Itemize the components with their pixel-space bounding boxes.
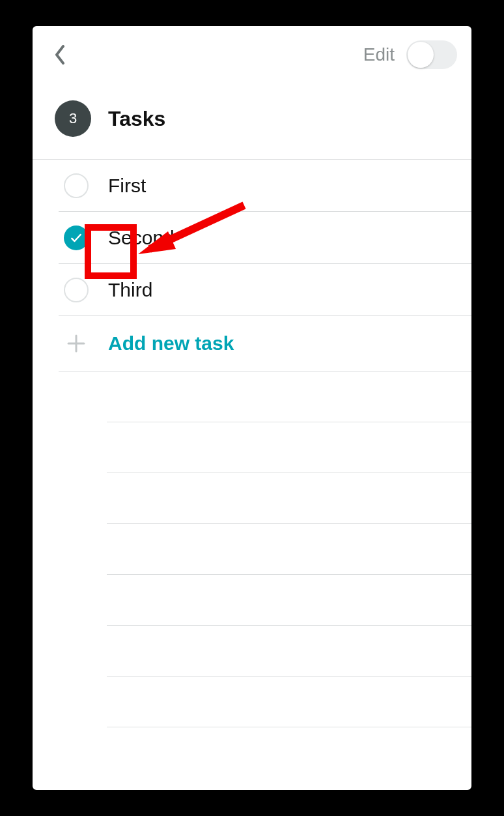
task-label: Second [108,227,175,249]
section-header: 3 Tasks [33,83,471,160]
toggle-knob [408,42,434,68]
section-title: Tasks [108,107,165,131]
header-right: Edit [363,40,457,69]
task-label: First [108,175,146,197]
empty-slot [107,677,471,727]
empty-slot [107,473,471,524]
add-task-button[interactable]: Add new task [59,315,471,372]
plus-icon [64,331,89,356]
chevron-left-icon [54,45,66,65]
empty-slot [107,524,471,575]
header-bar: Edit [33,26,471,83]
app-screen: Edit 3 Tasks First Second Third [33,26,471,790]
edit-toggle[interactable] [406,40,457,69]
task-checkbox-2[interactable] [64,278,89,302]
task-count-badge: 3 [55,100,91,137]
empty-slot [107,626,471,677]
add-task-label: Add new task [108,332,234,355]
task-row[interactable]: Second [59,212,471,264]
empty-slot [107,372,471,422]
task-list: First Second Third Add new task [33,160,471,727]
task-label: Third [108,279,152,301]
empty-slot [107,575,471,626]
task-checkbox-1[interactable] [64,226,89,250]
empty-slot [107,422,471,473]
empty-slots [59,372,471,727]
edit-label: Edit [363,44,395,65]
task-count: 3 [69,110,77,127]
back-button[interactable] [47,42,73,68]
task-row[interactable]: Third [59,264,471,316]
task-row[interactable]: First [59,160,471,212]
task-checkbox-0[interactable] [64,173,89,198]
check-icon [70,231,83,244]
